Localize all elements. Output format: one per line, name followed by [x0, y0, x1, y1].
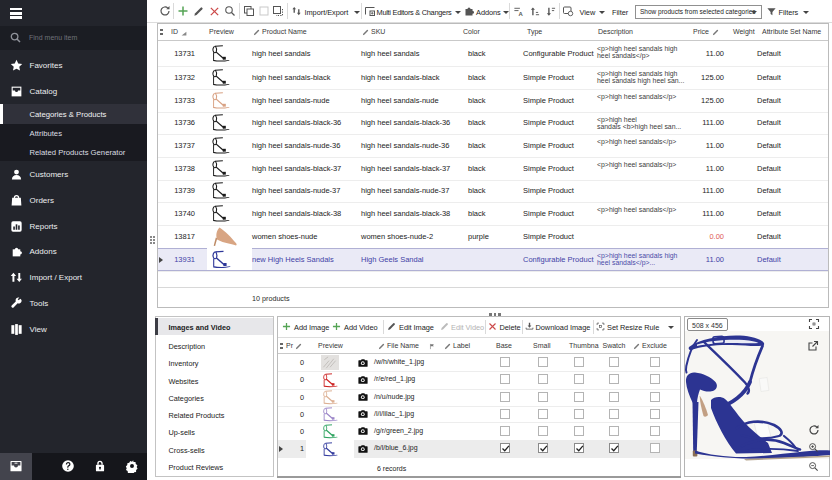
svg-text:A: A	[519, 11, 524, 17]
